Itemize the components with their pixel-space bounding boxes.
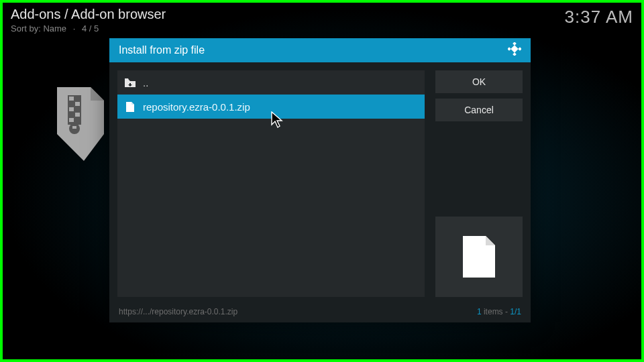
svg-rect-8 [513, 42, 517, 46]
cancel-button-label: Cancel [464, 105, 494, 115]
dialog-title-text: Install from zip file [119, 44, 205, 56]
parent-dir-row[interactable]: .. [117, 70, 425, 95]
install-zip-dialog: Install from zip file .. repository.ezra… [109, 38, 531, 322]
breadcrumb: Add-ons / Add-on browser [11, 7, 166, 22]
svg-rect-9 [508, 47, 511, 51]
clock: 3:37 AM [565, 7, 633, 34]
sort-label: Sort by: Name [11, 23, 66, 34]
file-row-selected[interactable]: repository.ezra-0.0.1.zip [117, 95, 425, 119]
footer-path: https://.../repository.ezra-0.0.1.zip [119, 307, 237, 316]
ok-button-label: OK [472, 76, 486, 87]
svg-rect-5 [69, 118, 74, 122]
svg-rect-11 [513, 52, 517, 56]
svg-rect-4 [75, 113, 80, 117]
file-preview-icon [462, 235, 496, 279]
cancel-button[interactable]: Cancel [435, 99, 523, 121]
file-icon [124, 102, 136, 112]
svg-rect-3 [69, 107, 74, 111]
kodi-logo-icon [508, 42, 521, 58]
file-list: .. repository.ezra-0.0.1.zip [117, 70, 425, 297]
folder-up-icon [124, 78, 136, 87]
separator-dot [69, 23, 80, 34]
svg-rect-7 [72, 126, 76, 129]
file-name: repository.ezra-0.0.1.zip [143, 101, 250, 113]
svg-rect-2 [75, 102, 80, 106]
svg-rect-1 [69, 97, 74, 101]
dialog-titlebar: Install from zip file [109, 38, 531, 62]
zip-background-icon [50, 87, 111, 161]
svg-rect-10 [518, 47, 521, 51]
list-position: 4 / 5 [82, 23, 99, 34]
file-preview [435, 217, 523, 297]
parent-dir-label: .. [143, 77, 148, 88]
header-subline: Sort by: Name 4 / 5 [11, 23, 166, 34]
ok-button[interactable]: OK [435, 70, 523, 93]
footer-count: 1 items - 1/1 [477, 307, 521, 316]
svg-rect-12 [511, 45, 518, 52]
header: Add-ons / Add-on browser Sort by: Name 4… [11, 7, 633, 34]
dialog-footer: https://.../repository.ezra-0.0.1.zip 1 … [109, 305, 531, 322]
